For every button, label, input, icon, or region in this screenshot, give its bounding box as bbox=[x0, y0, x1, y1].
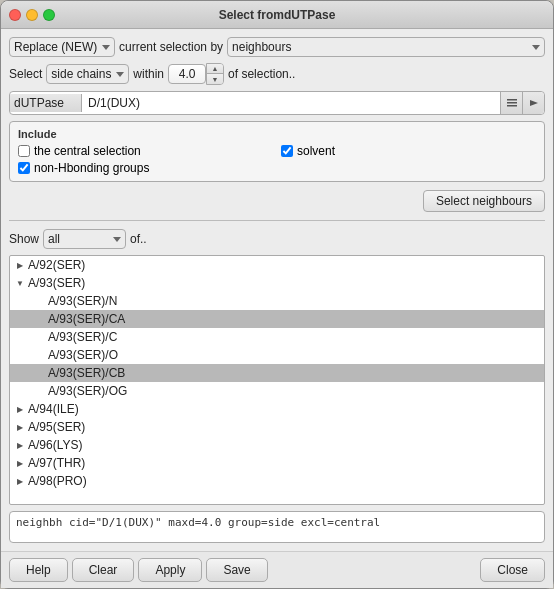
tree-item[interactable]: ▶A/95(SER) bbox=[10, 418, 544, 436]
select-row: Select side chains side chainsall atomsb… bbox=[9, 63, 545, 85]
show-label: Show bbox=[9, 232, 39, 246]
tree-no-arrow bbox=[34, 367, 46, 379]
tree-item-label: A/93(SER)/CB bbox=[48, 366, 125, 380]
tree-expand-arrow[interactable]: ▶ bbox=[14, 475, 26, 487]
distance-input[interactable] bbox=[168, 64, 206, 84]
solvent-item: solvent bbox=[281, 144, 536, 158]
list-icon bbox=[506, 97, 518, 109]
tree-item-label: A/93(SER)/OG bbox=[48, 384, 127, 398]
tree-no-arrow bbox=[34, 313, 46, 325]
tree-item[interactable]: A/93(SER)/C bbox=[10, 328, 544, 346]
tree-item[interactable]: A/93(SER)/OG bbox=[10, 382, 544, 400]
stepper-up-button[interactable]: ▲ bbox=[207, 64, 223, 74]
traffic-lights bbox=[9, 9, 55, 21]
tree-item-label: A/95(SER) bbox=[28, 420, 85, 434]
tree-item-label: A/96(LYS) bbox=[28, 438, 82, 452]
tree-item-label: A/93(SER)/N bbox=[48, 294, 117, 308]
tree-expand-arrow[interactable]: ▶ bbox=[14, 457, 26, 469]
tree-expand-arrow[interactable]: ▶ bbox=[14, 439, 26, 451]
include-grid: the central selection solvent non-Hbondi… bbox=[18, 144, 536, 175]
tree-expand-arrow[interactable]: ▼ bbox=[14, 277, 26, 289]
tree-item-label: A/92(SER) bbox=[28, 258, 85, 272]
of-selection-label: of selection.. bbox=[228, 67, 295, 81]
svg-marker-3 bbox=[530, 100, 538, 106]
non-hbonding-item: non-Hbonding groups bbox=[18, 161, 273, 175]
select-neighbours-button[interactable]: Select neighbours bbox=[423, 190, 545, 212]
tree-item[interactable]: ▶A/96(LYS) bbox=[10, 436, 544, 454]
stepper-buttons: ▲ ▼ bbox=[206, 63, 224, 85]
within-label: within bbox=[133, 67, 164, 81]
central-selection-checkbox[interactable] bbox=[18, 145, 30, 157]
close-traffic-light[interactable] bbox=[9, 9, 21, 21]
window-title: Select fromdUTPase bbox=[219, 8, 336, 22]
tree-item-label: A/93(SER)/O bbox=[48, 348, 118, 362]
solvent-checkbox[interactable] bbox=[281, 145, 293, 157]
tree-no-arrow bbox=[34, 331, 46, 343]
central-selection-item: the central selection bbox=[18, 144, 273, 158]
tree-container[interactable]: ▶A/92(SER)▼A/93(SER)A/93(SER)/NA/93(SER)… bbox=[9, 255, 545, 505]
sidechains-dropdown[interactable]: side chains side chainsall atomsbackbone… bbox=[46, 64, 129, 84]
tree-item[interactable]: A/93(SER)/O bbox=[10, 346, 544, 364]
minimize-traffic-light[interactable] bbox=[26, 9, 38, 21]
central-selection-label: the central selection bbox=[34, 144, 141, 158]
tree-item[interactable]: A/93(SER)/CA bbox=[10, 310, 544, 328]
content-area: Replace (NEW) Replace (NEW)ExtendReduceI… bbox=[1, 29, 553, 551]
tree-no-arrow bbox=[34, 349, 46, 361]
distance-stepper: ▲ ▼ bbox=[168, 63, 224, 85]
current-selection-by-label: current selection by bbox=[119, 40, 223, 54]
tree-item[interactable]: ▶A/98(PRO) bbox=[10, 472, 544, 490]
replace-dropdown[interactable]: Replace (NEW) Replace (NEW)ExtendReduceI… bbox=[9, 37, 115, 57]
arrow-icon-button[interactable] bbox=[522, 92, 544, 114]
tree-expand-arrow[interactable]: ▶ bbox=[14, 259, 26, 271]
svg-rect-0 bbox=[507, 99, 517, 101]
arrow-icon bbox=[528, 97, 540, 109]
title-bar: Select fromdUTPase bbox=[1, 1, 553, 29]
tree-no-arrow bbox=[34, 295, 46, 307]
main-window: Select fromdUTPase Replace (NEW) Replace… bbox=[0, 0, 554, 589]
stepper-down-button[interactable]: ▼ bbox=[207, 74, 223, 84]
replace-row: Replace (NEW) Replace (NEW)ExtendReduceI… bbox=[9, 37, 545, 57]
tree-expand-arrow[interactable]: ▶ bbox=[14, 403, 26, 415]
svg-rect-2 bbox=[507, 105, 517, 107]
molecule-dropdown[interactable]: dUTPase bbox=[10, 94, 82, 112]
select-neighbours-row: Select neighbours bbox=[9, 190, 545, 212]
tree-expand-arrow[interactable]: ▶ bbox=[14, 421, 26, 433]
list-icon-button[interactable] bbox=[500, 92, 522, 114]
tree-item[interactable]: ▶A/92(SER) bbox=[10, 256, 544, 274]
molecule-row: dUTPase bbox=[9, 91, 545, 115]
chain-input[interactable] bbox=[82, 93, 500, 113]
tree-item-label: A/93(SER)/C bbox=[48, 330, 117, 344]
non-hbonding-checkbox[interactable] bbox=[18, 162, 30, 174]
include-box: Include the central selection solvent no… bbox=[9, 121, 545, 182]
show-row: Show all allbackboneside chains of.. bbox=[9, 229, 545, 249]
tree-item[interactable]: A/93(SER)/CB bbox=[10, 364, 544, 382]
help-button[interactable]: Help bbox=[9, 558, 68, 582]
divider bbox=[9, 220, 545, 221]
command-box: neighbh cid="D/1(DUX)" maxd=4.0 group=si… bbox=[9, 511, 545, 543]
non-hbonding-label: non-Hbonding groups bbox=[34, 161, 149, 175]
tree-item[interactable]: ▼A/93(SER) bbox=[10, 274, 544, 292]
apply-button[interactable]: Apply bbox=[138, 558, 202, 582]
tree-item[interactable]: A/93(SER)/N bbox=[10, 292, 544, 310]
tree-item-label: A/93(SER) bbox=[28, 276, 85, 290]
include-title: Include bbox=[18, 128, 536, 140]
show-dropdown[interactable]: all allbackboneside chains bbox=[43, 229, 126, 249]
bottom-buttons: Help Clear Apply Save Close bbox=[1, 551, 553, 588]
close-button[interactable]: Close bbox=[480, 558, 545, 582]
save-button[interactable]: Save bbox=[206, 558, 267, 582]
select-label: Select bbox=[9, 67, 42, 81]
neighbours-dropdown[interactable]: neighbours neighbourschainmodelresidue bbox=[227, 37, 545, 57]
tree-item-label: A/93(SER)/CA bbox=[48, 312, 125, 326]
tree-item[interactable]: ▶A/97(THR) bbox=[10, 454, 544, 472]
tree-item[interactable]: ▶A/94(ILE) bbox=[10, 400, 544, 418]
tree-item-label: A/97(THR) bbox=[28, 456, 85, 470]
tree-item-label: A/94(ILE) bbox=[28, 402, 79, 416]
maximize-traffic-light[interactable] bbox=[43, 9, 55, 21]
solvent-label: solvent bbox=[297, 144, 335, 158]
clear-button[interactable]: Clear bbox=[72, 558, 135, 582]
svg-rect-1 bbox=[507, 102, 517, 104]
tree-item-label: A/98(PRO) bbox=[28, 474, 87, 488]
tree-no-arrow bbox=[34, 385, 46, 397]
of-label: of.. bbox=[130, 232, 147, 246]
